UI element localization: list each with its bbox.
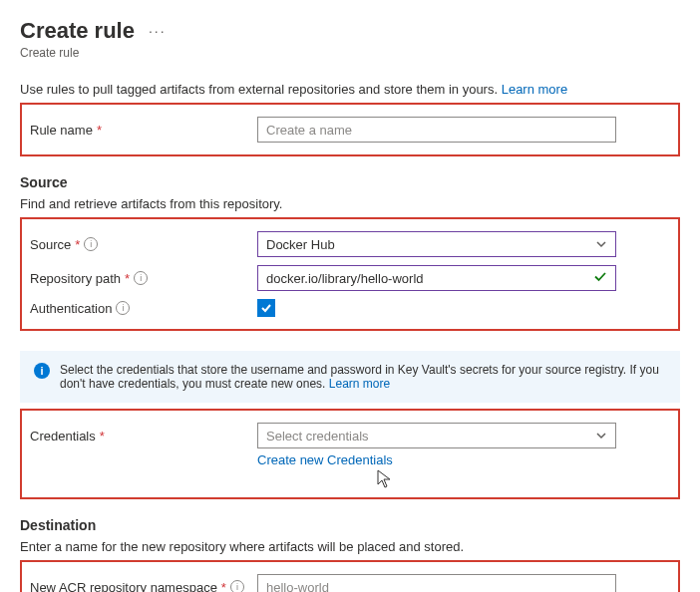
credentials-info-alert: i Select the credentials that store the … xyxy=(20,351,680,403)
chevron-down-icon xyxy=(595,238,607,250)
source-select[interactable]: Docker Hub xyxy=(257,231,616,257)
cursor-icon xyxy=(377,469,393,489)
authentication-checkbox[interactable] xyxy=(257,299,275,317)
info-icon[interactable]: i xyxy=(116,301,130,315)
credentials-select[interactable]: Select credentials xyxy=(257,423,616,448)
page-title: Create rule xyxy=(20,18,135,44)
highlight-source: Source* i Docker Hub Repository path* i … xyxy=(20,217,680,331)
source-label: Source* i xyxy=(30,237,249,252)
info-icon[interactable]: i xyxy=(84,237,98,251)
rule-name-label: Rule name* xyxy=(30,123,249,138)
info-icon: i xyxy=(34,363,50,379)
highlight-rule-name: Rule name* xyxy=(20,103,680,156)
namespace-label: New ACR repository namespace* i xyxy=(30,580,249,593)
info-icon[interactable]: i xyxy=(230,580,244,592)
info-icon[interactable]: i xyxy=(134,271,148,285)
chevron-down-icon xyxy=(595,430,607,442)
highlight-credentials: Credentials* Select credentials Create n… xyxy=(20,409,680,499)
highlight-destination: New ACR repository namespace* i xyxy=(20,560,680,592)
page-subtitle: Create rule xyxy=(20,46,680,60)
alert-learn-more-link[interactable]: Learn more xyxy=(329,377,390,391)
repository-path-input[interactable]: docker.io/library/hello-world xyxy=(257,265,616,291)
source-section-header: Source xyxy=(20,174,680,190)
authentication-label: Authentication i xyxy=(30,301,249,316)
learn-more-link[interactable]: Learn more xyxy=(502,82,567,97)
rule-name-input[interactable] xyxy=(257,117,616,143)
repository-path-label: Repository path* i xyxy=(30,271,249,286)
more-actions-icon[interactable]: ··· xyxy=(149,23,167,39)
intro-text: Use rules to pull tagged artifacts from … xyxy=(20,82,680,97)
credentials-label: Credentials* xyxy=(30,429,249,444)
check-icon xyxy=(593,270,607,287)
destination-section-desc: Enter a name for the new repository wher… xyxy=(20,539,680,554)
destination-section-header: Destination xyxy=(20,517,680,533)
namespace-input[interactable] xyxy=(257,574,616,592)
source-section-desc: Find and retrieve artifacts from this re… xyxy=(20,196,680,211)
create-new-credentials-link[interactable]: Create new Credentials xyxy=(257,452,393,467)
